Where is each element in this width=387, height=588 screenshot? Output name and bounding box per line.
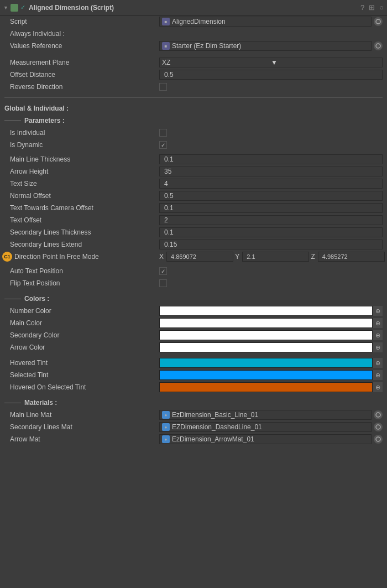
reverse-direction-checkbox[interactable] <box>159 83 167 91</box>
is-individual-checkbox[interactable] <box>159 129 167 137</box>
direction-point-row: C1 Direction Point In Free Mode X Y Z <box>0 251 387 263</box>
main-color-picker-btn[interactable]: ⊕ <box>373 318 383 328</box>
main-line-thickness-row: Main Line Thickness <box>0 153 387 165</box>
c1-badge: C1 <box>2 252 12 262</box>
arrow-mat-field[interactable]: ● EzDimension_ArrowMat_01 <box>159 434 372 444</box>
text-offset-row: Text Offset <box>0 214 387 226</box>
values-reference-select-btn[interactable] <box>374 41 383 50</box>
normal-offset-field[interactable] <box>159 191 383 201</box>
secondary-lines-mat-select-btn[interactable] <box>374 423 383 431</box>
arrow-color-label: Arrow Color <box>4 344 159 351</box>
offset-distance-input[interactable] <box>162 70 380 80</box>
text-offset-input[interactable] <box>162 215 380 225</box>
always-individual-label: Always Individual : <box>4 30 65 38</box>
secondary-lines-extend-input[interactable] <box>162 240 380 249</box>
selected-tint-swatch[interactable] <box>159 370 373 380</box>
collapse-icon[interactable]: ▼ <box>3 5 8 11</box>
direction-x-input[interactable] <box>169 252 231 261</box>
hovered-on-selected-picker-btn[interactable]: ⊕ <box>373 382 383 392</box>
materials-subsection-line-icon <box>4 403 21 403</box>
global-individual-label: Global & Individual : <box>4 105 69 112</box>
number-color-picker-btn[interactable]: ⊕ <box>373 306 383 316</box>
arrow-color-picker-btn[interactable]: ⊕ <box>373 342 383 352</box>
hovered-tint-swatch[interactable] <box>159 358 373 368</box>
global-individual-section: Global & Individual : <box>0 102 387 115</box>
layout-icon[interactable]: ⊞ <box>369 3 375 12</box>
secondary-lines-thickness-input[interactable] <box>162 227 380 237</box>
text-offset-label: Text Offset <box>4 216 159 224</box>
is-individual-row: Is Individual <box>0 127 387 139</box>
script-field[interactable]: ■ AlignedDimension <box>159 17 372 27</box>
direction-point-label: Direction Point In Free Mode <box>14 253 99 261</box>
values-reference-label: Values Reference <box>4 42 159 50</box>
enable-toggle[interactable]: ✓ <box>20 4 25 11</box>
flip-text-position-row: Flip Text Position <box>0 277 387 289</box>
hovered-on-selected-swatch[interactable] <box>159 382 373 392</box>
window-title: Aligned Dimension (Script) <box>29 4 360 12</box>
secondary-color-picker-btn[interactable]: ⊕ <box>373 330 383 340</box>
materials-subsection: Materials : <box>0 397 387 409</box>
arrow-color-swatch[interactable] <box>159 342 373 352</box>
selected-tint-picker-btn[interactable]: ⊕ <box>373 370 383 380</box>
number-color-label: Number Color <box>4 307 159 315</box>
values-ref-icon: ■ <box>162 42 170 50</box>
secondary-lines-extend-field[interactable] <box>159 240 383 249</box>
flip-text-position-label: Flip Text Position <box>4 279 159 287</box>
selected-tint-label: Selected Tint <box>4 371 159 379</box>
secondary-lines-mat-field[interactable]: ● EZDimension_DashedLine_01 <box>159 422 372 432</box>
arrow-color-value: ⊕ <box>159 342 383 352</box>
offset-distance-field[interactable] <box>159 70 383 80</box>
hovered-tint-picker-btn[interactable]: ⊕ <box>373 358 383 368</box>
arrow-height-row: Arrow Height <box>0 165 387 178</box>
direction-y-field[interactable] <box>242 252 309 262</box>
svg-point-3 <box>376 425 380 429</box>
main-line-thickness-input[interactable] <box>162 154 380 164</box>
svg-point-4 <box>376 437 380 441</box>
arrow-height-field[interactable] <box>159 166 383 176</box>
direction-y-input[interactable] <box>244 252 307 261</box>
close-icon[interactable]: ○ <box>379 3 384 12</box>
values-reference-field[interactable]: ■ Starter (Ez Dim Starter) <box>159 41 372 51</box>
main-color-swatch[interactable] <box>159 318 373 328</box>
hovered-on-selected-label: Hovered On Selected Tint <box>4 383 159 391</box>
svg-point-1 <box>376 44 380 48</box>
hovered-on-selected-row: Hovered On Selected Tint ⊕ <box>0 381 387 393</box>
main-line-thickness-field[interactable] <box>159 154 383 164</box>
arrow-height-label: Arrow Height <box>4 168 159 175</box>
separator-1 <box>4 97 383 98</box>
text-size-label: Text Size <box>4 180 159 188</box>
flip-text-position-checkbox[interactable] <box>159 279 167 287</box>
text-towards-camera-input[interactable] <box>162 203 380 213</box>
text-size-field[interactable] <box>159 179 383 189</box>
arrow-mat-row: Arrow Mat ● EzDimension_ArrowMat_01 <box>0 433 387 445</box>
main-line-mat-label: Main Line Mat <box>4 411 159 419</box>
secondary-color-value: ⊕ <box>159 330 383 340</box>
secondary-color-swatch[interactable] <box>159 330 373 340</box>
arrow-mat-label: Arrow Mat <box>4 435 159 443</box>
text-size-input[interactable] <box>162 179 380 189</box>
main-line-mat-row: Main Line Mat ● EzDimension_Basic_Line_0… <box>0 409 387 421</box>
direction-z-input[interactable] <box>320 252 383 261</box>
measurement-plane-dropdown[interactable]: XZ ▼ <box>159 58 383 67</box>
direction-x-field[interactable] <box>166 252 233 262</box>
number-color-swatch[interactable] <box>159 306 373 316</box>
text-towards-camera-field[interactable] <box>159 203 383 213</box>
colors-subsection: Colors : <box>0 293 387 305</box>
arrow-mat-select-btn[interactable] <box>374 435 383 444</box>
subsection-line-icon <box>4 121 21 121</box>
is-dynamic-checkbox[interactable] <box>159 141 167 149</box>
script-select-btn[interactable] <box>374 17 383 26</box>
hovered-tint-label: Hovered Tint <box>4 359 159 367</box>
arrow-height-input[interactable] <box>162 166 380 176</box>
colors-subsection-line-icon <box>4 299 21 299</box>
svg-point-0 <box>376 19 380 24</box>
text-offset-field[interactable] <box>159 215 383 225</box>
auto-text-position-checkbox[interactable] <box>159 267 167 275</box>
direction-z-field[interactable] <box>318 252 385 262</box>
secondary-lines-thickness-field[interactable] <box>159 227 383 237</box>
main-line-mat-select-btn[interactable] <box>374 410 383 419</box>
help-icon[interactable]: ? <box>360 3 364 12</box>
normal-offset-input[interactable] <box>162 191 380 201</box>
script-row: Script ■ AlignedDimension <box>0 15 387 28</box>
main-line-mat-field[interactable]: ● EzDimension_Basic_Line_01 <box>159 410 372 420</box>
